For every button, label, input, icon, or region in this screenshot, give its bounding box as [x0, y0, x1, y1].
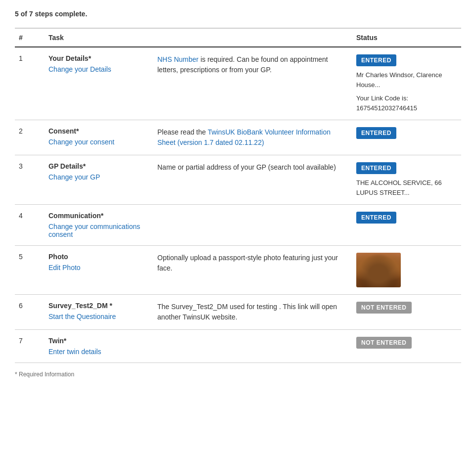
row-number: 4 [15, 205, 45, 246]
row-number: 1 [15, 47, 45, 120]
status-detail: Mr Charles Windsor, Clarence House... [356, 70, 457, 90]
table-row: 2Consent*Change your consentPlease read … [15, 120, 461, 155]
row-description: The Survey_Test2_DM used for testing . T… [153, 295, 352, 330]
task-title: Twin* [48, 337, 149, 345]
task-title: Survey_Test2_DM * [48, 302, 149, 310]
progress-text: 5 of 7 steps complete. [15, 10, 461, 18]
photo-thumbnail [356, 253, 401, 287]
status-detail: THE ALCOHOL SERVICE, 66 LUPUS STREET... [356, 178, 457, 197]
tasks-table: # Task Status 1Your Details*Change your … [15, 28, 461, 363]
row-status [352, 246, 461, 295]
task-title: Consent* [48, 127, 149, 135]
row-status: NOT ENTERED [352, 330, 461, 363]
row-status: ENTERED [352, 120, 461, 155]
row-description: Optionally upload a passport-style photo… [153, 246, 352, 295]
task-title: Photo [48, 253, 149, 261]
status-badge-entered: ENTERED [356, 127, 396, 139]
col-header-desc [153, 28, 352, 47]
nhs-number-link[interactable]: NHS Number [157, 55, 198, 63]
task-title: Communication* [48, 212, 149, 220]
table-row: 7Twin*Enter twin detailsNOT ENTERED [15, 330, 461, 363]
task-action-link[interactable]: Change your GP [48, 173, 149, 181]
status-badge-not-entered: NOT ENTERED [356, 302, 412, 314]
task-action-link[interactable]: Enter twin details [48, 348, 149, 356]
table-row: 4Communication*Change your communication… [15, 205, 461, 246]
row-status: NOT ENTERED [352, 295, 461, 330]
row-task: Communication*Change your communications… [45, 205, 153, 246]
task-action-link[interactable]: Edit Photo [48, 264, 149, 272]
row-description: Name or partial address of your GP (sear… [153, 155, 352, 205]
status-badge-not-entered: NOT ENTERED [356, 337, 412, 349]
row-task: Consent*Change your consent [45, 120, 153, 155]
row-description [153, 205, 352, 246]
footnote: * Required Information [15, 371, 461, 378]
task-action-link[interactable]: Change your Details [48, 65, 149, 73]
consent-link[interactable]: TwinsUK BioBank Volunteer Information Sh… [157, 128, 331, 146]
row-status: ENTEREDTHE ALCOHOL SERVICE, 66 LUPUS STR… [352, 155, 461, 205]
col-header-status: Status [352, 28, 461, 47]
row-description: NHS Number is required. Can be found on … [153, 47, 352, 120]
col-header-task: Task [45, 28, 153, 47]
col-header-num: # [15, 28, 45, 47]
row-description [153, 330, 352, 363]
status-detail-link-code: Your Link Code is: 16754512032746415 [356, 93, 457, 113]
status-badge-entered: ENTERED [356, 162, 396, 174]
task-action-link[interactable]: Change your communications consent [48, 223, 149, 238]
task-title: Your Details* [48, 54, 149, 62]
table-row: 5PhotoEdit PhotoOptionally upload a pass… [15, 246, 461, 295]
row-task: Survey_Test2_DM *Start the Questionaire [45, 295, 153, 330]
row-number: 3 [15, 155, 45, 205]
row-number: 2 [15, 120, 45, 155]
task-action-link[interactable]: Start the Questionaire [48, 313, 149, 320]
row-task: Twin*Enter twin details [45, 330, 153, 363]
row-description: Please read the TwinsUK BioBank Voluntee… [153, 120, 352, 155]
task-title: GP Details* [48, 162, 149, 170]
row-task: Your Details*Change your Details [45, 47, 153, 120]
table-row: 6Survey_Test2_DM *Start the Questionaire… [15, 295, 461, 330]
status-badge-entered: ENTERED [356, 212, 396, 224]
photo-image [356, 253, 401, 287]
table-row: 1Your Details*Change your DetailsNHS Num… [15, 47, 461, 120]
row-task: GP Details*Change your GP [45, 155, 153, 205]
status-badge-entered: ENTERED [356, 54, 396, 66]
row-number: 7 [15, 330, 45, 363]
row-number: 6 [15, 295, 45, 330]
row-status: ENTEREDMr Charles Windsor, Clarence Hous… [352, 47, 461, 120]
row-number: 5 [15, 246, 45, 295]
row-status: ENTERED [352, 205, 461, 246]
row-task: PhotoEdit Photo [45, 246, 153, 295]
table-row: 3GP Details*Change your GPName or partia… [15, 155, 461, 205]
task-action-link[interactable]: Change your consent [48, 138, 149, 146]
